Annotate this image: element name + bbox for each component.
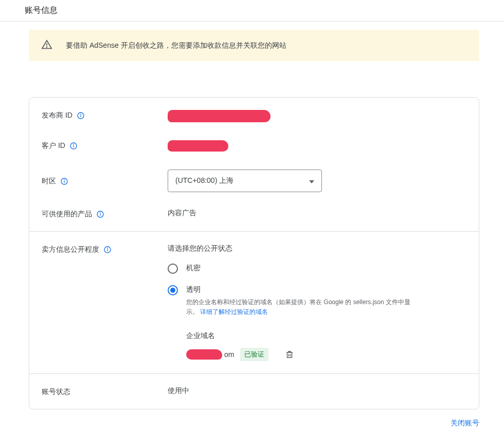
visibility-content: 请选择您的公开状态 机密 透明 — [168, 244, 466, 361]
radio-icon-checked[interactable] — [168, 285, 178, 295]
redacted-content — [168, 110, 271, 122]
warning-icon — [41, 39, 66, 52]
field-publisher-id: 发布商 ID — [42, 110, 466, 124]
svg-point-16 — [107, 248, 108, 249]
radio-group: 机密 透明 您的企业名称和经过验证的域名（如果提供）将在 Google 的 se… — [168, 264, 466, 317]
settings-card: 发布商 ID 客户 ID — [29, 97, 479, 409]
info-icon[interactable] — [77, 111, 85, 120]
info-icon[interactable] — [60, 177, 68, 185]
field-label: 卖方信息公开程度 — [42, 244, 168, 254]
svg-point-4 — [81, 114, 81, 115]
field-value-redacted — [168, 110, 466, 124]
radio-label: 机密 — [186, 264, 466, 273]
field-value-redacted — [168, 140, 466, 153]
svg-point-13 — [100, 213, 101, 213]
section-account-ids: 发布商 ID 客户 ID — [29, 98, 479, 231]
close-account-link[interactable]: 关闭账号 — [451, 419, 479, 427]
section-visibility: 卖方信息公开程度 请选择您的公开状态 机密 — [29, 231, 479, 373]
section-status: 账号状态 使用中 — [29, 373, 479, 409]
redacted-content — [168, 140, 228, 152]
field-status: 账号状态 使用中 — [42, 386, 466, 397]
chevron-down-icon — [309, 177, 314, 185]
field-label: 时区 — [42, 170, 168, 186]
field-label: 账号状态 — [42, 386, 168, 397]
radio-icon[interactable] — [168, 264, 178, 274]
svg-point-10 — [64, 180, 65, 180]
field-customer-id: 客户 ID — [42, 140, 466, 153]
content: 要借助 AdSense 开启创收之路，您需要添加收款信息并关联您的网站 发布商 … — [0, 30, 504, 431]
radio-transparent[interactable]: 透明 您的企业名称和经过验证的域名（如果提供）将在 Google 的 selle… — [168, 285, 466, 317]
info-icon[interactable] — [103, 246, 112, 254]
field-value: (UTC+08:00) 上海 — [168, 170, 466, 192]
svg-point-1 — [47, 47, 47, 47]
alert-banner: 要借助 AdSense 开启创收之路，您需要添加收款信息并关联您的网站 — [29, 30, 479, 61]
select-value: (UTC+08:00) 上海 — [175, 176, 233, 185]
svg-point-7 — [74, 144, 74, 145]
visibility-prompt: 请选择您的公开状态 — [168, 244, 466, 253]
verified-badge: 已验证 — [240, 348, 268, 361]
learn-more-link[interactable]: 详细了解经过验证的域名 — [200, 308, 268, 315]
field-label: 发布商 ID — [42, 110, 168, 120]
field-timezone: 时区 (UTC+08:00) 上海 — [42, 170, 466, 192]
field-products: 可供使用的产品 内容广告 — [42, 209, 466, 219]
page-title: 账号信息 — [25, 5, 479, 16]
alert-text: 要借助 AdSense 开启创收之路，您需要添加收款信息并关联您的网站 — [66, 41, 286, 50]
radio-description: 您的企业名称和经过验证的域名（如果提供）将在 Google 的 sellers.… — [186, 297, 412, 317]
footer: 关闭账号 — [29, 419, 479, 428]
domain-block: 企业域名 om 已验证 — [186, 331, 466, 361]
radio-label: 透明 — [186, 285, 466, 294]
field-label: 客户 ID — [42, 140, 168, 151]
delete-icon[interactable] — [285, 349, 294, 360]
field-visibility: 卖方信息公开程度 请选择您的公开状态 机密 — [42, 244, 466, 361]
domain-row: om 已验证 — [186, 348, 466, 361]
field-value: 使用中 — [168, 386, 466, 396]
info-icon[interactable] — [96, 210, 104, 218]
domain-label: 企业域名 — [186, 331, 466, 341]
timezone-select[interactable]: (UTC+08:00) 上海 — [168, 170, 322, 192]
info-icon[interactable] — [69, 142, 78, 150]
domain-suffix: om — [224, 350, 234, 359]
field-value: 内容广告 — [168, 209, 466, 218]
field-label: 可供使用的产品 — [42, 209, 168, 219]
page-header: 账号信息 — [0, 0, 504, 22]
radio-private[interactable]: 机密 — [168, 264, 466, 274]
redacted-content — [186, 349, 222, 360]
